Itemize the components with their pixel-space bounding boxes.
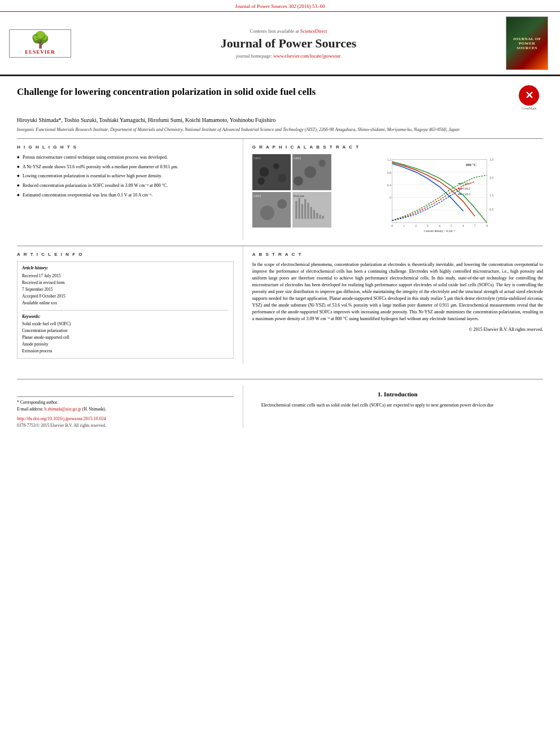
doi-link[interactable]: http://dx.doi.org/10.1016/j.jpowsour.201… — [17, 416, 106, 421]
footnote-section: * Corresponding author. E-mail address: … — [17, 396, 234, 428]
homepage-url[interactable]: www.elsevier.com/locate/jpowsour — [273, 53, 340, 59]
graphical-abstract-heading: G R A P H I C A L A B S T R A C T — [252, 145, 543, 150]
highlight-item-1: Porous microstructure control technique … — [17, 154, 234, 161]
crossmark-label: CrossMark — [515, 107, 543, 110]
affiliation: Inorganic Functional Materials Research … — [17, 126, 543, 133]
crossmark-icon: ✕ — [519, 85, 539, 106]
svg-rect-0 — [252, 154, 291, 190]
svg-text:0.5: 0.5 — [489, 208, 493, 211]
svg-text:800 °C: 800 °C — [466, 163, 476, 167]
svg-rect-26 — [322, 216, 324, 219]
svg-text:2.5: 2.5 — [489, 176, 493, 180]
article-area: Challenge for lowering concentration pol… — [0, 76, 560, 370]
received-revised-label: Received in revised form — [22, 279, 229, 286]
journal-title: Journal of Power Sources — [77, 36, 500, 51]
footnotes-col: * Corresponding author. E-mail address: … — [17, 385, 243, 428]
svg-text:Cell-3: Cell-3 — [253, 194, 261, 197]
svg-text:Pore size: Pore size — [294, 194, 305, 197]
article-title: Challenge for lowering concentration pol… — [17, 85, 316, 99]
sem-images: Cell-1 Cell-2 — [252, 154, 331, 228]
abstract-copyright: © 2015 Elsevier B.V. All rights reserved… — [252, 327, 543, 332]
svg-rect-18 — [299, 198, 300, 219]
svg-rect-23 — [313, 209, 315, 219]
abstract-text: In the scope of electrochemical phenomen… — [252, 261, 543, 322]
article-info-abstract-section: A R T I C L E I N F O Article history: R… — [17, 246, 543, 364]
highlights-graphical-section: H I G H L I G H T S Porous microstructur… — [17, 138, 543, 240]
received-date: Received 17 July 2015 — [22, 273, 229, 279]
svg-rect-19 — [301, 204, 303, 219]
svg-text:0.8: 0.8 — [387, 171, 391, 174]
contents-line: Contents lists available at ScienceDirec… — [77, 28, 500, 34]
keyword-1: Solid oxide fuel cell (SOFC) — [22, 321, 229, 327]
chart-svg: 1.2 0.8 0.4 0 3.5 2.5 1.5 0.5 0 1 — [336, 154, 543, 233]
sciencedirect-link[interactable]: ScienceDirect — [300, 28, 327, 34]
highlight-item-3: Lowing concentration polarization is ess… — [17, 173, 234, 180]
svg-point-14 — [277, 199, 287, 208]
highlights-heading: H I G H L I G H T S — [17, 145, 234, 150]
svg-point-8 — [304, 166, 316, 178]
svg-rect-56 — [458, 194, 462, 194]
svg-text:Cell-1: Cell-1 — [463, 182, 470, 185]
keywords-list: Solid oxide fuel cell (SOFC) Concentrati… — [22, 321, 229, 355]
keywords-box: Keywords: Solid oxide fuel cell (SOFC) C… — [22, 310, 229, 355]
journal-center: Contents lists available at ScienceDirec… — [71, 28, 506, 59]
svg-rect-21 — [308, 203, 309, 219]
keyword-3: Planar anode-supported cell — [22, 334, 229, 341]
email-name: (H. Shimada). — [82, 407, 106, 412]
svg-point-3 — [273, 163, 279, 169]
highlight-item-2: A Ni-YSZ anode shows 53.6 vol% porosity … — [17, 164, 234, 171]
abstract-heading: A B S T R A C T — [252, 252, 543, 257]
svg-rect-52 — [458, 184, 462, 184]
performance-chart: 1.2 0.8 0.4 0 3.5 2.5 1.5 0.5 0 1 — [336, 154, 543, 234]
svg-text:Cell-3: Cell-3 — [463, 193, 470, 196]
crossmark-badge: ✕ CrossMark — [515, 85, 543, 110]
svg-text:3.5: 3.5 — [489, 158, 493, 161]
journal-citation-bar: Journal of Power Sources 302 (2016) 53–6… — [0, 0, 560, 12]
journal-thumbnail: JOURNAL OFPOWERSOURCES — [506, 16, 551, 70]
svg-text:0.4: 0.4 — [387, 184, 391, 187]
doi-row: http://dx.doi.org/10.1016/j.jpowsour.201… — [17, 416, 234, 421]
introduction-col: 1. Introduction Electrochemical ceramic … — [243, 385, 543, 428]
email-row: E-mail address: h.shimada@aist.go.jp (H.… — [17, 407, 234, 412]
graphical-abstract-area: Cell-1 Cell-2 — [252, 154, 543, 234]
svg-rect-54 — [458, 189, 462, 189]
svg-text:7: 7 — [474, 224, 476, 228]
graphical-abstract-col: G R A P H I C A L A B S T R A C T Cell-1 — [243, 139, 543, 240]
journal-header: 🌳 ELSEVIER Contents lists available at S… — [0, 12, 560, 76]
sem-image-3: Cell-3 — [252, 192, 291, 228]
svg-text:Cell-2: Cell-2 — [463, 187, 470, 191]
keyword-5: Extrusion process — [22, 348, 229, 355]
article-info-col: A R T I C L E I N F O Article history: R… — [17, 246, 243, 364]
available-online: Available online xxx — [22, 300, 229, 307]
introduction-section: 1. Introduction Electrochemical ceramic … — [252, 391, 543, 409]
journal-citation: Journal of Power Sources 302 (2016) 53–6… — [235, 3, 325, 9]
sem-image-2: Cell-2 — [292, 154, 331, 190]
keyword-4: Anode porosity — [22, 341, 229, 348]
svg-text:4: 4 — [439, 224, 440, 228]
svg-text:5: 5 — [450, 224, 452, 228]
svg-text:0: 0 — [390, 196, 391, 200]
highlight-item-5: Estimated concentration overpotential wa… — [17, 192, 234, 199]
introduction-heading: 1. Introduction — [261, 391, 534, 397]
elsevier-brand: ELSEVIER — [12, 49, 68, 55]
keyword-2: Concentration polarization — [22, 327, 229, 334]
svg-text:Current density / A cm⁻²: Current density / A cm⁻² — [424, 229, 456, 233]
svg-text:3: 3 — [427, 224, 428, 228]
abstract-col: A B S T R A C T In the scope of electroc… — [243, 246, 543, 364]
svg-text:1.5: 1.5 — [489, 194, 493, 197]
authors-list: Hiroyuki Shimada*, Toshio Suzuki, Toshia… — [17, 116, 543, 124]
article-info-heading: A R T I C L E I N F O — [17, 252, 234, 257]
email-link[interactable]: h.shimada@aist.go.jp — [45, 407, 81, 412]
svg-text:0: 0 — [391, 224, 393, 228]
svg-rect-20 — [304, 199, 306, 219]
svg-text:1.2: 1.2 — [387, 158, 391, 161]
corresponding-author: * Corresponding author. — [17, 400, 234, 405]
homepage-label: journal homepage: — [237, 53, 273, 59]
svg-point-5 — [257, 177, 265, 185]
footnote-divider-line: * Corresponding author. E-mail address: … — [17, 396, 234, 412]
accepted-date: Accepted 8 October 2015 — [22, 293, 229, 300]
svg-point-9 — [319, 160, 326, 167]
sem-image-1: Cell-1 — [252, 154, 291, 190]
sem-images-grid: Cell-1 Cell-2 — [252, 154, 331, 234]
svg-rect-17 — [296, 201, 298, 219]
